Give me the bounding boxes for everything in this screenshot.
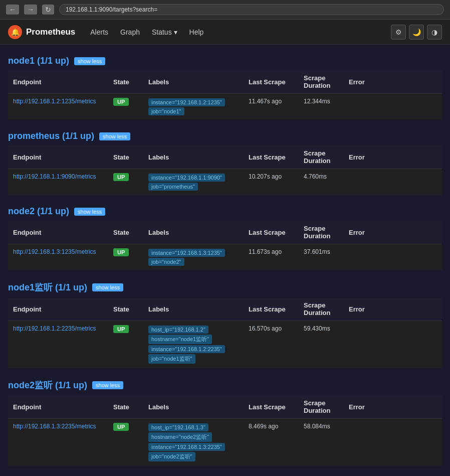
main-content: node1 (1/1 up)show lessEndpointStateLabe… xyxy=(0,45,450,476)
th-last_scrape: Last Scrape xyxy=(244,145,299,169)
scrape-duration-value: 37.601ms xyxy=(299,244,344,271)
th-error: Error xyxy=(344,297,442,321)
table-row: http://192.168.1.3:1235/metricsUPinstanc… xyxy=(8,244,442,271)
th-scrape_duration: Scrape Duration xyxy=(299,70,344,94)
label-tag: job="node2监听" xyxy=(148,452,195,461)
label-tag: job="node1监听" xyxy=(148,354,195,364)
th-error: Error xyxy=(344,395,442,419)
th-last_scrape: Last Scrape xyxy=(244,70,299,94)
table-row: http://192.168.1.1:9090/metricsUPinstanc… xyxy=(8,169,442,196)
section-title-node2-monitor: node2监听 (1/1 up) xyxy=(8,379,87,391)
section-title-node2: node2 (1/1 up) xyxy=(8,206,69,217)
browser-bar: ← → ↻ xyxy=(0,0,450,20)
settings-icon[interactable]: ⚙ xyxy=(391,25,406,40)
endpoint-link[interactable]: http://192.168.1.3:1235/metrics xyxy=(13,248,96,255)
table-row: http://192.168.1.3:2235/metricsUPhost_ip… xyxy=(8,419,442,466)
moon-icon[interactable]: 🌙 xyxy=(409,25,424,40)
th-labels: Labels xyxy=(143,145,244,169)
state-badge: UP xyxy=(113,248,129,256)
status-link[interactable]: Status ▾ xyxy=(147,25,182,39)
label-tag: hostname="node2监听" xyxy=(148,432,212,442)
target-table-node1: EndpointStateLabelsLast ScrapeScrape Dur… xyxy=(8,70,442,120)
state-badge: UP xyxy=(113,423,129,431)
address-bar[interactable] xyxy=(59,4,444,15)
scrape-duration-value: 59.430ms xyxy=(299,321,344,369)
label-tag: host_ip="192.168.1.2" xyxy=(148,326,208,334)
label-tag: instance="192.168.1.2:1235" xyxy=(148,98,225,106)
forward-button[interactable]: → xyxy=(24,5,37,15)
error-value xyxy=(344,419,442,466)
scrape-duration-value: 4.760ms xyxy=(299,169,344,196)
th-labels: Labels xyxy=(143,221,244,244)
show-less-button-node1-monitor[interactable]: show less xyxy=(92,283,123,291)
back-button[interactable]: ← xyxy=(6,5,19,15)
last-scrape-value: 10.207s ago xyxy=(244,169,299,196)
endpoint-link[interactable]: http://192.168.1.3:2235/metrics xyxy=(13,423,96,430)
th-labels: Labels xyxy=(143,70,244,94)
th-state: State xyxy=(108,395,143,419)
navbar: 🔔 Prometheus Alerts Graph Status ▾ Help … xyxy=(0,20,450,45)
th-labels: Labels xyxy=(143,297,244,321)
reload-button[interactable]: ↻ xyxy=(42,5,54,15)
graph-link[interactable]: Graph xyxy=(115,25,145,39)
th-last_scrape: Last Scrape xyxy=(244,395,299,419)
th-endpoint: Endpoint xyxy=(8,221,108,244)
th-scrape_duration: Scrape Duration xyxy=(299,221,344,244)
alerts-link[interactable]: Alerts xyxy=(85,25,113,39)
th-error: Error xyxy=(344,145,442,169)
endpoint-link[interactable]: http://192.168.1.1:9090/metrics xyxy=(13,173,96,180)
th-last_scrape: Last Scrape xyxy=(244,221,299,244)
th-endpoint: Endpoint xyxy=(8,297,108,321)
th-error: Error xyxy=(344,221,442,244)
last-scrape-value: 11.467s ago xyxy=(244,94,299,120)
show-less-button-node2-monitor[interactable]: show less xyxy=(92,381,123,389)
th-state: State xyxy=(108,297,143,321)
table-row: http://192.168.1.2:1235/metricsUPinstanc… xyxy=(8,94,442,120)
section-node1: node1 (1/1 up)show lessEndpointStateLabe… xyxy=(8,50,442,120)
show-less-button-prometheus[interactable]: show less xyxy=(99,132,130,140)
state-badge: UP xyxy=(113,98,129,106)
target-table-node2: EndpointStateLabelsLast ScrapeScrape Dur… xyxy=(8,221,442,270)
target-table-node2-monitor: EndpointStateLabelsLast ScrapeScrape Dur… xyxy=(8,395,442,466)
endpoint-link[interactable]: http://192.168.1.2:2235/metrics xyxy=(13,325,96,332)
error-value xyxy=(344,244,442,271)
section-prometheus: prometheus (1/1 up)show lessEndpointStat… xyxy=(8,125,442,195)
th-error: Error xyxy=(344,70,442,94)
th-state: State xyxy=(108,221,143,244)
th-scrape_duration: Scrape Duration xyxy=(299,297,344,321)
section-node2: node2 (1/1 up)show lessEndpointStateLabe… xyxy=(8,200,442,270)
help-link[interactable]: Help xyxy=(184,25,209,39)
target-table-prometheus: EndpointStateLabelsLast ScrapeScrape Dur… xyxy=(8,145,442,195)
label-tag: instance="192.168.1.3:2235" xyxy=(148,443,225,451)
nav-right: ⚙ 🌙 ◑ xyxy=(391,25,442,40)
show-less-button-node1[interactable]: show less xyxy=(74,57,105,65)
section-title-node1-monitor: node1监听 (1/1 up) xyxy=(8,281,87,293)
th-last_scrape: Last Scrape xyxy=(244,297,299,321)
th-scrape_duration: Scrape Duration xyxy=(299,395,344,419)
section-header-node1-monitor: node1监听 (1/1 up)show less xyxy=(8,275,442,297)
scrape-duration-value: 58.084ms xyxy=(299,419,344,466)
prometheus-logo-icon: 🔔 xyxy=(8,25,22,39)
section-node1-monitor: node1监听 (1/1 up)show lessEndpointStateLa… xyxy=(8,275,442,368)
section-title-node1: node1 (1/1 up) xyxy=(8,56,69,66)
th-state: State xyxy=(108,70,143,94)
section-header-node1: node1 (1/1 up)show less xyxy=(8,50,442,70)
label-tag: instance="192.168.1.1:9090" xyxy=(148,174,225,182)
section-title-prometheus: prometheus (1/1 up) xyxy=(8,131,94,141)
target-table-node1-monitor: EndpointStateLabelsLast ScrapeScrape Dur… xyxy=(8,297,442,368)
th-endpoint: Endpoint xyxy=(8,145,108,169)
label-tag: hostname="node1监听" xyxy=(148,335,212,344)
last-scrape-value: 16.570s ago xyxy=(244,321,299,369)
th-state: State xyxy=(108,145,143,169)
sections-container: node1 (1/1 up)show lessEndpointStateLabe… xyxy=(8,50,442,466)
th-labels: Labels xyxy=(143,395,244,419)
endpoint-link[interactable]: http://192.168.1.2:1235/metrics xyxy=(13,98,96,105)
contrast-icon[interactable]: ◑ xyxy=(427,25,442,40)
state-badge: UP xyxy=(113,325,129,333)
state-badge: UP xyxy=(113,173,129,181)
th-endpoint: Endpoint xyxy=(8,70,108,94)
show-less-button-node2[interactable]: show less xyxy=(74,208,105,216)
error-value xyxy=(344,321,442,369)
label-tag: instance="192.168.1.3:1235" xyxy=(148,249,225,257)
th-endpoint: Endpoint xyxy=(8,395,108,419)
